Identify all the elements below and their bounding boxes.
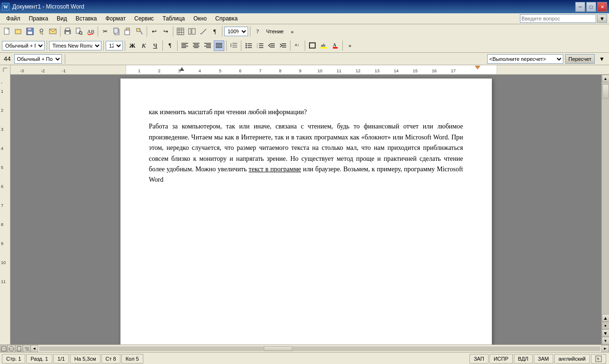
svg-point-50 bbox=[246, 43, 247, 45]
recalc-dropdown[interactable]: <Выполните пересчет> bbox=[487, 54, 563, 64]
separator bbox=[162, 40, 163, 51]
spellcheck-button[interactable]: ABC bbox=[85, 26, 96, 37]
align-center-button[interactable] bbox=[191, 40, 201, 51]
undo-button[interactable]: ↩ bbox=[149, 26, 160, 37]
prev-page-button[interactable]: ▲ bbox=[602, 314, 609, 322]
align-right-button[interactable] bbox=[202, 40, 213, 51]
minimize-button[interactable]: ─ bbox=[575, 2, 585, 12]
separator bbox=[65, 54, 65, 64]
fmt-more[interactable]: » bbox=[345, 40, 355, 51]
menu-tools[interactable]: Сервис bbox=[130, 14, 158, 23]
next-page-button[interactable]: ▼ bbox=[602, 329, 609, 337]
separator bbox=[290, 40, 290, 51]
scroll-right-button[interactable]: ► bbox=[601, 345, 609, 353]
normal-view-button[interactable] bbox=[0, 345, 8, 353]
increase-indent-button[interactable] bbox=[278, 40, 288, 51]
status-vdl: ВДЛ bbox=[514, 354, 533, 364]
sort-button[interactable]: A↕ bbox=[292, 40, 303, 51]
horizontal-scrollbar[interactable]: ◄ ► bbox=[0, 344, 609, 352]
redo-button[interactable]: ↪ bbox=[160, 26, 171, 37]
bullet-list-button[interactable] bbox=[243, 40, 254, 51]
line-spacing-button[interactable] bbox=[229, 40, 239, 51]
format-painter-button[interactable] bbox=[134, 26, 145, 37]
preview-button[interactable] bbox=[74, 26, 84, 37]
scroll-track-vertical[interactable] bbox=[602, 82, 609, 314]
scroll-left-button[interactable]: ◄ bbox=[30, 345, 38, 353]
recalc-more-button[interactable]: ▼ bbox=[597, 54, 607, 64]
menu-edit[interactable]: Правка bbox=[25, 14, 53, 23]
reading-button[interactable]: Чтение bbox=[264, 26, 286, 37]
new-button[interactable] bbox=[2, 26, 12, 37]
scroll-thumb-horizontal[interactable] bbox=[264, 346, 292, 351]
align-justify-button[interactable] bbox=[214, 40, 224, 51]
email-button[interactable] bbox=[48, 26, 58, 37]
permission-button[interactable] bbox=[36, 26, 47, 37]
bold-button[interactable]: Ж bbox=[127, 40, 138, 51]
align-left-button[interactable] bbox=[180, 40, 190, 51]
svg-rect-9 bbox=[66, 28, 70, 30]
copy-button[interactable] bbox=[111, 26, 122, 37]
svg-line-13 bbox=[82, 34, 83, 35]
separator bbox=[342, 40, 343, 51]
italic-button[interactable]: К bbox=[139, 40, 149, 51]
highlight-button[interactable]: ab bbox=[319, 40, 329, 51]
help-button[interactable]: ? bbox=[252, 26, 263, 37]
margin-marker-right[interactable] bbox=[475, 66, 480, 69]
select-browse-button[interactable]: ● bbox=[602, 322, 609, 329]
decrease-indent-button[interactable] bbox=[266, 40, 277, 51]
svg-rect-4 bbox=[28, 28, 31, 30]
status-position: На 5,3см bbox=[70, 354, 100, 364]
menu-table[interactable]: Таблица bbox=[158, 14, 189, 23]
maximize-button[interactable]: □ bbox=[586, 2, 596, 12]
drawing-button[interactable] bbox=[198, 26, 209, 37]
showparagraph-button[interactable]: ¶ bbox=[210, 26, 220, 37]
columns-button[interactable] bbox=[187, 26, 197, 37]
menu-window[interactable]: Окно bbox=[189, 14, 211, 23]
underline-button[interactable]: Ч bbox=[150, 40, 160, 51]
scroll-up-button[interactable]: ▲ bbox=[602, 75, 609, 82]
font-color-button[interactable]: A bbox=[330, 40, 340, 51]
vertical-scrollbar[interactable]: ▲ ▲ ● ▼ ▼ bbox=[601, 75, 609, 344]
svg-line-29 bbox=[201, 29, 206, 34]
menu-view[interactable]: Вид bbox=[52, 14, 71, 23]
style-dropdown[interactable]: Обычный + По с bbox=[14, 54, 62, 64]
svg-point-6 bbox=[40, 29, 43, 32]
web-view-button[interactable] bbox=[8, 345, 15, 353]
formatting-toolbar: Обычный + По с Times New Roman 12 Ж К Ч … bbox=[0, 39, 609, 53]
recalc-button[interactable]: Пересчет bbox=[565, 54, 595, 64]
font-select[interactable]: Times New Roman bbox=[49, 41, 101, 50]
font-size-select[interactable]: 12 bbox=[106, 41, 123, 50]
toolbar-more[interactable]: » bbox=[287, 26, 298, 37]
scroll-down-button[interactable]: ▼ bbox=[602, 337, 609, 344]
scroll-track-horizontal[interactable] bbox=[39, 346, 600, 351]
menu-format[interactable]: Формат bbox=[101, 14, 130, 23]
zoom-select[interactable]: 100% bbox=[224, 27, 248, 36]
menu-help[interactable]: Справка bbox=[211, 14, 242, 23]
print-button[interactable] bbox=[62, 26, 73, 37]
print-layout-button[interactable] bbox=[15, 345, 23, 353]
numbered-list-button[interactable]: 1.2.3. bbox=[255, 40, 265, 51]
svg-marker-30 bbox=[200, 33, 201, 34]
svg-rect-1 bbox=[15, 30, 21, 34]
cut-button[interactable]: ✂ bbox=[100, 26, 110, 37]
style-select[interactable]: Обычный + По с bbox=[2, 41, 45, 50]
ruler-corner[interactable] bbox=[0, 65, 10, 75]
status-pages: 1/1 bbox=[53, 354, 69, 364]
ruler-container: -3 -2 -1 1 2 3 4 5 6 7 8 9 10 11 12 13 1… bbox=[0, 65, 609, 75]
paragraph-mark-button[interactable]: ¶ bbox=[165, 40, 175, 51]
menu-file[interactable]: Файл bbox=[2, 14, 25, 23]
open-button[interactable] bbox=[13, 26, 24, 37]
scroll-thumb-vertical[interactable] bbox=[602, 84, 609, 98]
table-button[interactable] bbox=[175, 26, 186, 37]
separator bbox=[125, 40, 125, 51]
close-button[interactable]: ✕ bbox=[597, 2, 607, 12]
paste-button[interactable] bbox=[123, 26, 133, 37]
status-zam: ЗАМ bbox=[534, 354, 553, 364]
outline-view-button[interactable] bbox=[23, 345, 30, 353]
page-content: как изменить масштаб при чтении любой ин… bbox=[149, 107, 463, 186]
help-search-input[interactable] bbox=[520, 14, 596, 23]
outside-border-button[interactable] bbox=[307, 40, 318, 51]
menu-insert[interactable]: Вставка bbox=[71, 14, 101, 23]
help-search-button[interactable]: ▼ bbox=[597, 14, 607, 23]
save-button[interactable] bbox=[25, 26, 35, 37]
